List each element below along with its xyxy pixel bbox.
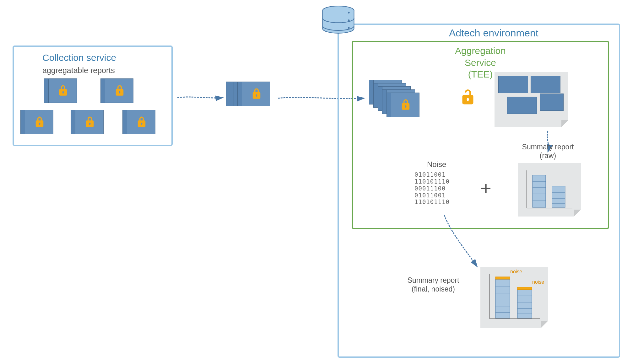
unlock-icon [458, 88, 477, 108]
folder-stack [226, 82, 279, 119]
arrow-icon [441, 213, 482, 270]
aggregatable-reports-label: aggregatable reports [42, 66, 115, 75]
svg-rect-20 [517, 290, 532, 318]
svg-rect-2 [533, 175, 546, 207]
svg-rect-14 [495, 277, 510, 279]
svg-point-29 [348, 12, 350, 13]
noise-bits: 0101100111010111000011100010110011101011… [414, 171, 450, 206]
lock-icon [135, 115, 148, 130]
locked-folder [71, 110, 104, 134]
lock-icon [113, 84, 126, 99]
plus-icon: + [480, 177, 491, 199]
diagram-root: { "titles": { "collection": "Collection … [0, 0, 638, 364]
lock-icon [57, 84, 70, 99]
folder-stack [369, 80, 432, 121]
chart-icon [524, 169, 576, 211]
summary-raw-label: Summary report(raw) [513, 143, 582, 160]
locked-folder [20, 110, 53, 134]
lock-icon [399, 98, 412, 113]
collection-service-title: Collection service [42, 52, 116, 63]
lock-icon [83, 115, 96, 130]
data-blocks-doc [495, 72, 568, 127]
adtech-title: Adtech environment [449, 27, 538, 39]
svg-rect-21 [517, 287, 532, 290]
noise-title: Noise [427, 160, 446, 169]
database-icon [320, 6, 356, 37]
summary-final-chart [480, 267, 548, 328]
lock-icon [33, 115, 46, 130]
lock-icon [250, 87, 263, 102]
noise-tag: noise [510, 269, 522, 275]
svg-point-27 [348, 19, 350, 21]
summary-final-label: Summary report(final, noised) [397, 276, 469, 293]
locked-folder [100, 78, 133, 103]
noise-tag: noise [532, 279, 544, 285]
svg-rect-7 [552, 186, 565, 207]
summary-raw-chart [518, 163, 581, 217]
locked-folder [44, 78, 77, 103]
svg-point-28 [348, 27, 350, 29]
arrow-icon [176, 92, 226, 103]
locked-folder [122, 110, 155, 134]
svg-rect-13 [495, 279, 510, 318]
